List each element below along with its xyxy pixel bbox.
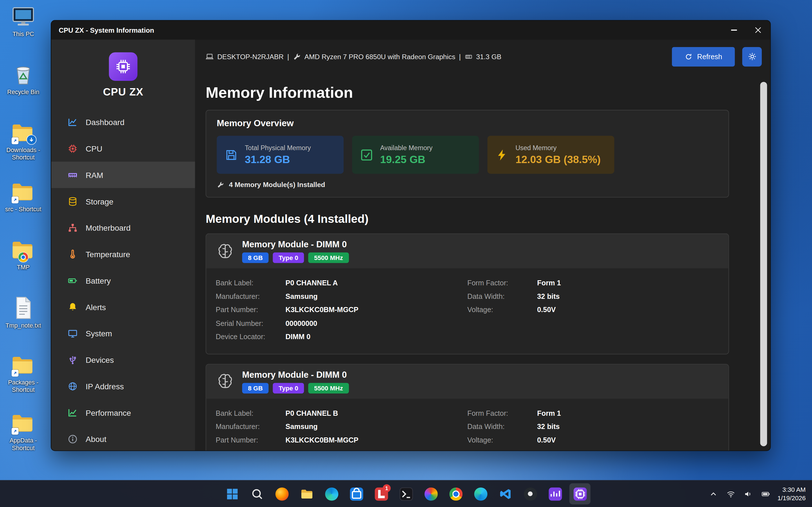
recycle-bin-icon bbox=[11, 62, 35, 87]
sidebar-item-battery[interactable]: Battery bbox=[51, 267, 195, 294]
temperature-icon bbox=[67, 249, 78, 260]
monitor-icon bbox=[67, 328, 78, 339]
sidebar-item-storage[interactable]: Storage bbox=[51, 188, 195, 215]
volume-icon bbox=[744, 489, 753, 498]
notification-badge: 1 bbox=[383, 484, 391, 492]
desktop-icon-src-shortcut[interactable]: src - Shortcut bbox=[1, 180, 46, 213]
capacity-badge: 8 GB bbox=[242, 383, 269, 393]
module-header: Memory Module - DIMM 0 8 GB Type 0 5500 … bbox=[206, 364, 728, 399]
field-row: Form Factor:Form 1 bbox=[467, 408, 719, 418]
sidebar-item-alerts[interactable]: Alerts bbox=[51, 294, 195, 320]
firefox-button[interactable] bbox=[271, 483, 292, 504]
field-row: Data Width:32 bits bbox=[467, 291, 719, 302]
audio-app-button[interactable] bbox=[545, 483, 566, 504]
info-icon bbox=[67, 434, 78, 444]
ram-icon bbox=[67, 170, 78, 180]
sidebar-item-devices[interactable]: Devices bbox=[51, 346, 195, 373]
memory-module-card: Memory Module - DIMM 0 8 GB Type 0 5500 … bbox=[206, 233, 729, 354]
modules-heading: Memory Modules (4 Installed) bbox=[206, 212, 729, 226]
battery-tray-button[interactable] bbox=[760, 488, 772, 500]
terminal-button[interactable] bbox=[396, 483, 417, 504]
main-content: DESKTOP-N2RJABR | AMD Ryzen 7 PRO 6850U … bbox=[195, 40, 770, 451]
firefox-icon bbox=[275, 487, 289, 501]
field-row: Form Factor:Form 1 bbox=[467, 278, 719, 288]
windows-start-icon bbox=[225, 487, 239, 501]
desktop-icon-downloads-shortcut[interactable]: Downloads - Shortcut bbox=[1, 121, 46, 162]
edge-button[interactable] bbox=[321, 483, 342, 504]
start-button[interactable] bbox=[221, 483, 243, 504]
taskbar: 1 3:30 AM 1/19/2026 bbox=[0, 480, 812, 507]
download-arrow-badge bbox=[27, 135, 37, 145]
memory-chip-icon bbox=[464, 53, 472, 61]
sidebar-item-system[interactable]: System bbox=[51, 320, 195, 346]
hidden-icons-chevron[interactable] bbox=[708, 488, 719, 500]
field-row: Voltage:0.50V bbox=[467, 305, 719, 315]
capacity-badge: 8 GB bbox=[242, 252, 269, 263]
desktop-icon-tmp-note[interactable]: Tmp_note.txt bbox=[1, 296, 46, 329]
store-icon bbox=[350, 487, 363, 501]
type-badge: Type 0 bbox=[273, 252, 304, 263]
overview-title: Memory Overview bbox=[217, 118, 718, 129]
taskbar-clock[interactable]: 3:30 AM 1/19/2026 bbox=[777, 485, 808, 503]
field-row: Manufacturer:Samsung bbox=[216, 421, 467, 432]
titlebar[interactable]: CPU ZX - System Information bbox=[51, 20, 770, 40]
desktop-icon-appdata-shortcut[interactable]: AppData - Shortcut bbox=[1, 411, 46, 452]
settings-button[interactable] bbox=[742, 47, 762, 66]
shortcut-arrow-icon bbox=[11, 370, 18, 377]
desktop-icon-tmp[interactable]: TMP bbox=[1, 238, 46, 271]
photos-icon bbox=[424, 487, 438, 501]
app-logo-icon bbox=[109, 52, 137, 81]
hostname-text: DESKTOP-N2RJABR bbox=[217, 53, 284, 61]
volume-tray-button[interactable] bbox=[743, 488, 754, 500]
terminal-icon bbox=[400, 487, 413, 501]
browser-app-icon bbox=[474, 487, 487, 501]
battery-icon bbox=[67, 275, 78, 286]
desktop-icon-packages-shortcut[interactable]: Packages - Shortcut bbox=[1, 353, 46, 394]
field-row: Serial Number:00000000 bbox=[216, 449, 467, 451]
edge-icon bbox=[325, 487, 338, 501]
desktop-icon-this-pc[interactable]: This PC bbox=[1, 4, 46, 38]
memory-module-card: Memory Module - DIMM 0 8 GB Type 0 5500 … bbox=[206, 364, 729, 451]
search-button[interactable] bbox=[246, 483, 267, 504]
clock-time: 3:30 AM bbox=[777, 485, 806, 494]
chrome-button[interactable] bbox=[445, 483, 466, 504]
sidebar: CPU ZX Dashboard CPU RAM bbox=[51, 40, 195, 451]
chevron-up-icon bbox=[709, 489, 718, 498]
sidebar-item-cpu[interactable]: CPU bbox=[51, 135, 195, 162]
minimize-button[interactable] bbox=[721, 20, 746, 40]
folder-icon bbox=[11, 180, 35, 204]
field-row: Device Locator:DIMM 0 bbox=[216, 332, 467, 342]
content-header: DESKTOP-N2RJABR | AMD Ryzen 7 PRO 6850U … bbox=[195, 40, 770, 73]
close-button[interactable] bbox=[746, 20, 770, 40]
laptop-icon bbox=[206, 53, 213, 61]
store-button[interactable] bbox=[346, 483, 367, 504]
github-button[interactable] bbox=[520, 483, 541, 504]
file-explorer-button[interactable] bbox=[296, 483, 317, 504]
check-square-icon bbox=[360, 148, 373, 161]
sidebar-item-dashboard[interactable]: Dashboard bbox=[51, 109, 195, 135]
field-row: Bank Label:P0 CHANNEL B bbox=[216, 408, 467, 418]
sidebar-item-about[interactable]: About bbox=[51, 426, 195, 450]
memory-overview-card: Memory Overview Total Physical Memory 31… bbox=[206, 110, 729, 198]
separator: | bbox=[287, 53, 289, 61]
refresh-button[interactable]: Refresh bbox=[672, 47, 735, 66]
field-row: Data Width:32 bits bbox=[467, 421, 719, 432]
desktop-icon-recycle-bin[interactable]: Recycle Bin bbox=[1, 62, 46, 96]
field-row: Bank Label:P0 CHANNEL A bbox=[216, 278, 467, 288]
photos-button[interactable] bbox=[420, 483, 442, 504]
sidebar-item-ram[interactable]: RAM bbox=[51, 162, 195, 188]
sidebar-item-temperature[interactable]: Temperature bbox=[51, 241, 195, 267]
desktop: This PC Recycle Bin Downloads - Shortcut… bbox=[0, 0, 812, 507]
network-tray-button[interactable] bbox=[725, 488, 737, 500]
sidebar-item-performance[interactable]: Performance bbox=[51, 399, 195, 426]
vertical-scrollbar[interactable] bbox=[760, 82, 767, 446]
sidebar-item-ip-address[interactable]: IP Address bbox=[51, 373, 195, 399]
text-file-icon bbox=[11, 296, 35, 320]
cpu-zx-taskbar-button[interactable] bbox=[569, 483, 591, 504]
notification-app-button[interactable]: 1 bbox=[370, 483, 392, 504]
vscode-button[interactable] bbox=[495, 483, 516, 504]
sidebar-item-motherboard[interactable]: Motherboard bbox=[51, 214, 195, 241]
tmp-folder-icon bbox=[11, 238, 35, 262]
browser-app-button[interactable] bbox=[470, 483, 491, 504]
window-title: CPU ZX - System Information bbox=[51, 26, 154, 34]
